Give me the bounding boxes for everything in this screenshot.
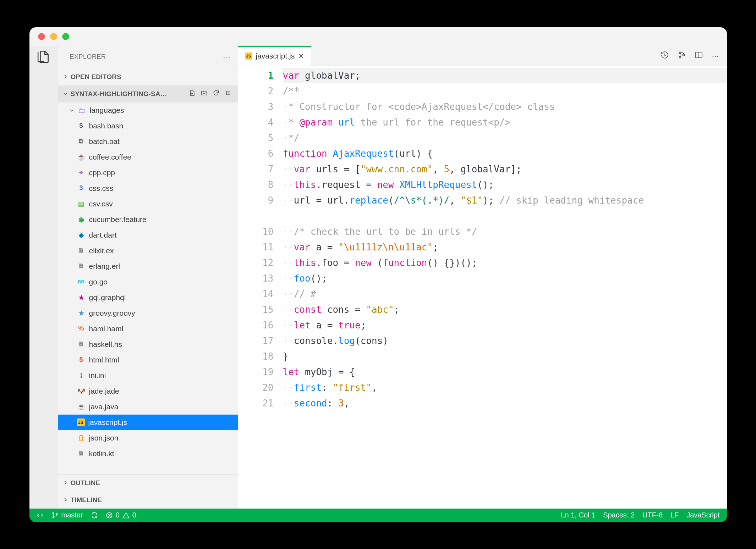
file-row[interactable]: 🗎kotlin.kt xyxy=(58,446,238,461)
collapse-all-icon[interactable] xyxy=(225,89,232,98)
chevron-down-icon xyxy=(69,106,74,115)
tab-label: javascript.js xyxy=(256,52,295,60)
file-row[interactable]: 🗎haskell.hs xyxy=(58,337,238,352)
file-row[interactable]: %haml.haml xyxy=(58,321,238,337)
folder-open-icon: 🗀 xyxy=(78,106,86,115)
refresh-icon[interactable] xyxy=(213,89,220,98)
workspace-root-label: SYNTAX-HIGHLIGHTING-SA… xyxy=(71,90,186,98)
close-tab-icon[interactable]: ✕ xyxy=(298,52,304,60)
titlebar[interactable] xyxy=(29,27,727,46)
svg-point-2 xyxy=(679,56,681,58)
file-row[interactable]: ✦cpp.cpp xyxy=(58,165,238,181)
jade-file-icon: 🐶 xyxy=(77,387,86,395)
explorer-icon[interactable] xyxy=(37,50,50,65)
cursor-position[interactable]: Ln 1, Col 1 xyxy=(561,511,595,519)
code[interactable]: var globalVar;/**·* Constructor for <cod… xyxy=(281,66,727,509)
file-name: cucumber.feature xyxy=(89,215,147,224)
problems[interactable]: 0 0 xyxy=(106,511,136,519)
tab-active[interactable]: JS javascript.js ✕ xyxy=(238,46,312,66)
file-row[interactable]: ◆dart.dart xyxy=(58,227,238,243)
file-row[interactable]: 🗎erlang.erl xyxy=(58,259,238,274)
file-row[interactable]: {}json.json xyxy=(58,430,238,446)
js-file-icon: JS xyxy=(245,52,252,60)
git-branch[interactable]: master xyxy=(51,511,83,519)
sidebar-menu-icon[interactable]: ··· xyxy=(223,52,231,62)
sync-icon[interactable] xyxy=(91,512,98,519)
file-file-icon: 🗎 xyxy=(77,246,86,255)
activity-bar xyxy=(29,46,58,509)
chevron-right-icon xyxy=(63,479,68,487)
file-row[interactable]: ◉cucumber.feature xyxy=(58,212,238,227)
file-row[interactable]: ▤csv.csv xyxy=(58,196,238,212)
editor: JS javascript.js ✕ ··· 123456789 1011121… xyxy=(238,46,727,509)
file-list: $bash.bash⧉batch.bat☕coffee.coffee✦cpp.c… xyxy=(58,118,238,474)
bash-file-icon: $ xyxy=(77,122,86,130)
file-name: bash.bash xyxy=(89,122,124,130)
file-name: kotlin.kt xyxy=(89,449,114,458)
encoding[interactable]: UTF-8 xyxy=(642,511,663,519)
file-row[interactable]: ☕coffee.coffee xyxy=(58,149,238,165)
file-row[interactable]: ⧉batch.bat xyxy=(58,134,238,149)
svg-point-1 xyxy=(679,52,681,54)
open-editors-section[interactable]: OPEN EDITORS xyxy=(58,68,238,85)
file-name: haml.haml xyxy=(89,325,124,333)
sidebar-title: EXPLORER xyxy=(70,53,106,61)
file-row[interactable]: 🗎elixir.ex xyxy=(58,243,238,259)
groovy-file-icon: ★ xyxy=(77,309,86,317)
split-editor-icon[interactable] xyxy=(695,51,703,61)
file-row[interactable]: 3css.css xyxy=(58,181,238,196)
file-row[interactable]: ☕java.java xyxy=(58,399,238,415)
file-row[interactable]: ⁞ini.ini xyxy=(58,368,238,383)
file-name: dart.dart xyxy=(89,231,117,239)
workspace-root-section[interactable]: SYNTAX-HIGHLIGHTING-SA… xyxy=(58,85,238,102)
file-name: cpp.cpp xyxy=(89,168,115,177)
file-row[interactable]: GOgo.go xyxy=(58,274,238,290)
cucumber-file-icon: ◉ xyxy=(77,215,86,224)
file-name: json.json xyxy=(89,434,119,442)
file-name: groovy.groovy xyxy=(89,309,135,317)
git-branch-name: master xyxy=(61,511,83,519)
timeline-section[interactable]: TIMELINE xyxy=(58,492,238,509)
new-folder-icon[interactable] xyxy=(201,89,208,98)
gql-file-icon: ★ xyxy=(77,293,86,302)
file-row[interactable]: 🐶jade.jade xyxy=(58,383,238,399)
timeline-icon[interactable] xyxy=(661,51,669,61)
svg-point-6 xyxy=(53,517,54,518)
file-name: batch.bat xyxy=(89,137,120,146)
file-row[interactable]: ★gql.graphql xyxy=(58,290,238,305)
ini-file-icon: ⁞ xyxy=(77,371,86,380)
go-file-icon: GO xyxy=(77,278,86,286)
file-row[interactable]: JSjavascript.js xyxy=(58,415,238,430)
file-name: html.html xyxy=(89,356,119,364)
code-area[interactable]: 123456789 101112131415161718192021 var g… xyxy=(238,66,727,509)
remote-icon[interactable] xyxy=(37,512,44,519)
timeline-label: TIMELINE xyxy=(71,496,232,504)
language-mode[interactable]: JavaScript xyxy=(686,511,719,519)
window-close[interactable] xyxy=(38,33,45,40)
indentation[interactable]: Spaces: 2 xyxy=(603,511,635,519)
bat-file-icon: ⧉ xyxy=(77,137,86,146)
folder-row[interactable]: 🗀 languages xyxy=(58,102,238,118)
outline-label: OUTLINE xyxy=(71,479,232,487)
new-file-icon[interactable] xyxy=(188,89,196,98)
more-actions-icon[interactable]: ··· xyxy=(712,51,719,61)
coffee-file-icon: ☕ xyxy=(77,153,86,161)
chevron-down-icon xyxy=(63,90,68,98)
eol[interactable]: LF xyxy=(670,511,679,519)
open-editors-label: OPEN EDITORS xyxy=(71,73,232,81)
window-zoom[interactable] xyxy=(62,33,69,40)
cpp-file-icon: ✦ xyxy=(77,168,86,177)
outline-section[interactable]: OUTLINE xyxy=(58,474,238,492)
file-name: ini.ini xyxy=(89,371,106,380)
file-row[interactable]: 5html.html xyxy=(58,352,238,368)
file-name: java.java xyxy=(89,403,119,411)
file-name: jade.jade xyxy=(89,387,119,395)
file-row[interactable]: $bash.bash xyxy=(58,118,238,134)
window-minimize[interactable] xyxy=(50,33,57,40)
file-row[interactable]: ★groovy.groovy xyxy=(58,305,238,321)
svg-point-5 xyxy=(53,512,54,514)
compare-icon[interactable] xyxy=(678,51,686,61)
svg-point-3 xyxy=(683,54,685,56)
file-file-icon: 🗎 xyxy=(77,449,86,458)
warning-count: 0 xyxy=(132,511,136,519)
